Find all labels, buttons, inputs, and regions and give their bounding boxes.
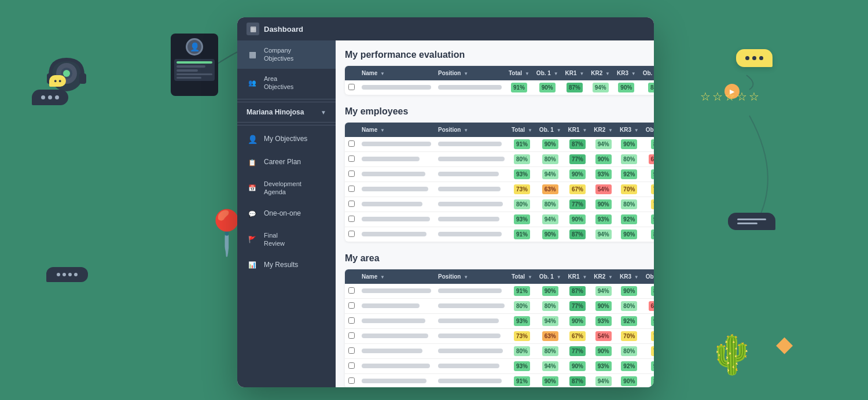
row-checkbox[interactable] [348, 302, 355, 309]
th-ob1-perf[interactable]: Ob. 1 ▼ [533, 66, 562, 80]
score-cell-4: 80% [616, 344, 642, 359]
sidebar-item-one-on-one[interactable]: 💬 One-on-one [237, 202, 336, 225]
th-name-emp[interactable]: Name ▼ [358, 123, 435, 137]
score-cell-4: 80% [616, 299, 642, 314]
table-row[interactable]: 91%90%87%94%90%88 [345, 137, 654, 152]
table-row[interactable]: 73%63%67%54%70%71 [345, 182, 654, 197]
row-checkbox[interactable] [348, 332, 355, 339]
th-kr1-emp[interactable]: KR1 ▼ [565, 123, 591, 137]
th-position-perf[interactable]: Position ▼ [435, 66, 505, 80]
sidebar-item-final-review[interactable]: 🚩 FinalReview [237, 225, 336, 254]
score-cell-0: 80% [508, 299, 536, 314]
name-cell [358, 329, 435, 344]
sidebar-item-area-objectives[interactable]: 👥 AreaObjectives [237, 69, 336, 97]
score-badge: 90% [595, 346, 612, 356]
score-cell-1: 63% [536, 329, 565, 344]
score-cell-2: 87% [562, 80, 588, 95]
th-kr2-perf[interactable]: KR2 ▼ [587, 66, 613, 80]
table-row[interactable]: 91%90%87%94%90%88 [345, 374, 654, 388]
table-row[interactable]: 91%90%87%94%90%88 [345, 80, 654, 95]
row-checkbox-cell [345, 137, 358, 152]
score-cell-2: 87% [565, 284, 591, 299]
table-row[interactable]: 93%94%90%93%92%91 [345, 167, 654, 182]
row-checkbox[interactable] [348, 216, 355, 222]
table-row[interactable]: 80%80%77%90%80%68% [345, 152, 654, 167]
score-cell-4: 92% [616, 359, 642, 374]
row-checkbox[interactable] [348, 347, 355, 354]
score-badge: 88 [648, 83, 654, 92]
sidebar-item-company-objectives[interactable]: ▦ CompanyObjectives [237, 40, 336, 69]
table-row[interactable]: 93%94%90%93%92%91 [345, 212, 654, 227]
th-kr3-emp[interactable]: KR3 ▼ [616, 123, 642, 137]
row-checkbox[interactable] [348, 84, 355, 90]
th-kr2-area[interactable]: KR2 ▼ [590, 269, 616, 284]
th-name-perf[interactable]: Name ▼ [358, 66, 435, 80]
row-checkbox-cell [345, 299, 358, 314]
th-kr2-emp[interactable]: KR2 ▼ [590, 123, 616, 137]
score-cell-2: 90% [565, 167, 591, 182]
score-badge: 90% [595, 154, 612, 164]
th-ob2-emp[interactable]: Ob. 1 ▼ [642, 123, 654, 137]
sidebar-item-my-objectives[interactable]: 👤 My Objectives [237, 128, 336, 151]
score-badge: 92% [621, 214, 637, 224]
score-badge: 73% [514, 184, 530, 194]
my-results-icon: 📊 [247, 259, 258, 271]
svg-rect-3 [79, 73, 86, 84]
th-total-area[interactable]: Total ▼ [508, 269, 536, 284]
table-row[interactable]: 91%90%87%94%90%88 [345, 227, 654, 242]
score-cell-3: 93% [590, 212, 616, 227]
th-name-area[interactable]: Name ▼ [358, 269, 435, 284]
table-row[interactable]: 80%80%77%90%80%68% [345, 299, 654, 314]
position-cell [435, 314, 508, 329]
table-row[interactable]: 93%94%90%93%92%91 [345, 359, 654, 374]
sidebar-item-my-results[interactable]: 📊 My Results [237, 253, 336, 276]
table-row[interactable]: 80%80%77%90%80%75 [345, 344, 654, 359]
row-checkbox[interactable] [348, 362, 355, 369]
score-cell-0: 80% [508, 152, 536, 167]
user-section[interactable]: Mariana Hinojosa ▼ [237, 102, 336, 123]
score-cell-0: 73% [508, 182, 536, 197]
tablet-device: 👤 [171, 34, 218, 96]
row-checkbox[interactable] [348, 186, 355, 192]
th-kr3-area[interactable]: KR3 ▼ [616, 269, 642, 284]
score-badge: 91% [511, 83, 527, 92]
th-ob1-area[interactable]: Ob. 1 ▼ [536, 269, 565, 284]
row-checkbox[interactable] [348, 171, 355, 177]
score-badge: 90% [621, 376, 637, 386]
th-kr1-perf[interactable]: KR1 ▼ [562, 66, 588, 80]
row-checkbox[interactable] [348, 287, 355, 294]
th-ob1-emp[interactable]: Ob. 1 ▼ [536, 123, 565, 137]
score-badge: 70% [621, 331, 637, 341]
th-position-emp[interactable]: Position ▼ [435, 123, 508, 137]
score-badge: 80% [542, 301, 558, 311]
row-checkbox-cell [345, 329, 358, 344]
th-kr3-perf[interactable]: KR3 ▼ [613, 66, 639, 80]
score-cell-3: 94% [590, 284, 616, 299]
row-checkbox[interactable] [348, 201, 355, 207]
row-checkbox[interactable] [348, 155, 355, 162]
score-badge: 93% [514, 214, 530, 224]
th-ob2-perf[interactable]: Ob. 1 ▼ [639, 66, 654, 80]
area-section-title: My area [345, 253, 645, 264]
row-checkbox[interactable] [348, 140, 355, 147]
th-total-emp[interactable]: Total ▼ [508, 123, 536, 137]
th-total-perf[interactable]: Total ▼ [505, 66, 533, 80]
score-badge: 91 [651, 316, 654, 326]
score-badge: 91% [514, 286, 530, 296]
th-kr1-area[interactable]: KR1 ▼ [565, 269, 591, 284]
score-cell-3: 90% [590, 299, 616, 314]
th-ob2-area[interactable]: Ob. 1 ▼ [642, 269, 654, 284]
row-checkbox[interactable] [348, 231, 355, 237]
th-position-area[interactable]: Position ▼ [435, 269, 508, 284]
sidebar-item-career-plan[interactable]: 📋 Career Plan [237, 151, 336, 174]
table-row[interactable]: 80%80%77%90%80%75 [345, 197, 654, 212]
score-badge: 91 [651, 214, 654, 224]
table-row[interactable]: 93%94%90%93%92%91 [345, 314, 654, 329]
development-agenda-icon: 📅 [247, 182, 258, 194]
row-checkbox[interactable] [348, 377, 355, 384]
sidebar-item-development-agenda[interactable]: 📅 DevelopmentAgenda [237, 174, 336, 202]
table-row[interactable]: 73%63%67%54%70%71 [345, 329, 654, 344]
table-row[interactable]: 91%90%87%94%90%88 [345, 284, 654, 299]
score-cell-5: 75 [642, 344, 654, 359]
row-checkbox[interactable] [348, 317, 355, 324]
